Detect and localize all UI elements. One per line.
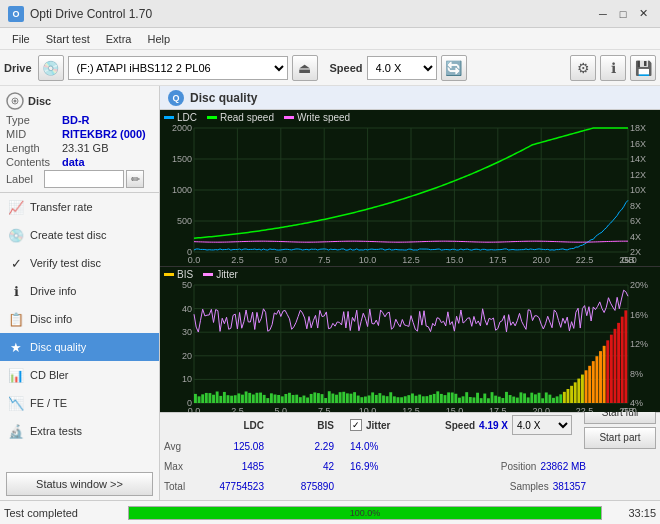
eject-button[interactable]: ⏏ xyxy=(292,55,318,81)
fe-te-icon: 📉 xyxy=(8,395,24,411)
disc-label-edit-btn[interactable]: ✏ xyxy=(126,170,144,188)
cd-bler-icon: 📊 xyxy=(8,367,24,383)
max-label: Max xyxy=(164,461,194,472)
sidebar-item-extra-tests[interactable]: 🔬 Extra tests xyxy=(0,417,159,445)
sidebar-item-create-test-disc[interactable]: 💿 Create test disc xyxy=(0,221,159,249)
info-button[interactable]: ℹ xyxy=(600,55,626,81)
max-bis: 42 xyxy=(264,461,334,472)
app-icon: O xyxy=(8,6,24,22)
avg-ldc: 125.08 xyxy=(194,441,264,452)
chart-top: LDC Read speed Write speed xyxy=(160,110,660,267)
save-button[interactable]: 💾 xyxy=(630,55,656,81)
total-ldc: 47754523 xyxy=(194,481,264,492)
disc-mid-label: MID xyxy=(6,128,62,140)
jitter-legend: Jitter xyxy=(203,269,238,280)
disc-length-value: 23.31 GB xyxy=(62,142,108,154)
disc-type-value: BD-R xyxy=(62,114,90,126)
create-test-disc-icon: 💿 xyxy=(8,227,24,243)
disc-length-row: Length 23.31 GB xyxy=(6,142,153,154)
charts-container: LDC Read speed Write speed xyxy=(160,110,660,412)
disc-panel-header: Disc xyxy=(6,92,153,110)
titlebar-title: Opti Drive Control 1.70 xyxy=(30,7,152,21)
minimize-button[interactable]: ─ xyxy=(594,5,612,23)
cd-bler-label: CD Bler xyxy=(30,369,69,381)
drive-info-label: Drive info xyxy=(30,285,76,297)
close-button[interactable]: ✕ xyxy=(634,5,652,23)
disc-info-label: Disc info xyxy=(30,313,72,325)
disc-label-label: Label xyxy=(6,173,42,185)
menu-help[interactable]: Help xyxy=(139,28,178,50)
verify-test-disc-icon: ✓ xyxy=(8,255,24,271)
avg-bis: 2.29 xyxy=(264,441,334,452)
svg-point-2 xyxy=(14,100,17,103)
drive-icon-btn[interactable]: 💿 xyxy=(38,55,64,81)
speed-display-select[interactable]: 4.0 X xyxy=(512,415,572,435)
disc-mid-value: RITEKBR2 (000) xyxy=(62,128,146,140)
drive-select[interactable]: (F:) ATAPI iHBS112 2 PL06 xyxy=(68,56,288,80)
content-area: Q Disc quality LDC Read speed xyxy=(160,86,660,500)
disc-type-label: Type xyxy=(6,114,62,126)
disc-label-row: Label ✏ xyxy=(6,170,153,188)
speed-select[interactable]: 4.0 X xyxy=(367,56,437,80)
drive-label: Drive xyxy=(4,62,32,74)
max-jitter: 16.9% xyxy=(350,461,420,472)
disc-label-input[interactable] xyxy=(44,170,124,188)
position-value: 23862 MB xyxy=(540,461,586,472)
menu-start-test[interactable]: Start test xyxy=(38,28,98,50)
transfer-rate-label: Transfer rate xyxy=(30,201,93,213)
read-speed-legend-label: Read speed xyxy=(220,112,274,123)
stats-bis-header: BIS xyxy=(264,420,334,431)
bis-legend-dot xyxy=(164,273,174,276)
position-label: Position xyxy=(501,461,537,472)
sidebar-item-fe-te[interactable]: 📉 FE / TE xyxy=(0,389,159,417)
jitter-legend-label: Jitter xyxy=(216,269,238,280)
status-text: Test completed xyxy=(4,507,124,519)
disc-quality-title: Disc quality xyxy=(190,91,257,105)
disc-contents-label: Contents xyxy=(6,156,62,168)
stats-ldc-header: LDC xyxy=(194,420,264,431)
chart-bottom: BIS Jitter xyxy=(160,267,660,412)
menu-extra[interactable]: Extra xyxy=(98,28,140,50)
titlebar: O Opti Drive Control 1.70 ─ □ ✕ xyxy=(0,0,660,28)
drive-info-icon: ℹ xyxy=(8,283,24,299)
jitter-checkbox[interactable]: ✓ xyxy=(350,419,362,431)
disc-panel-icon xyxy=(6,92,24,110)
ldc-legend-label: LDC xyxy=(177,112,197,123)
verify-test-disc-label: Verify test disc xyxy=(30,257,101,269)
speed-avg-value: 4.19 X xyxy=(479,420,508,431)
nav-items: 📈 Transfer rate 💿 Create test disc ✓ Ver… xyxy=(0,193,159,468)
sidebar-item-disc-info[interactable]: 📋 Disc info xyxy=(0,305,159,333)
extra-tests-label: Extra tests xyxy=(30,425,82,437)
progress-bar: 100.0% xyxy=(128,506,602,520)
sidebar-item-drive-info[interactable]: ℹ Drive info xyxy=(0,277,159,305)
maximize-button[interactable]: □ xyxy=(614,5,632,23)
avg-label: Avg xyxy=(164,441,194,452)
sidebar-item-cd-bler[interactable]: 📊 CD Bler xyxy=(0,361,159,389)
disc-info-icon: 📋 xyxy=(8,311,24,327)
stats-max-row: Max 1485 42 16.9% Position 23862 MB xyxy=(164,456,656,476)
refresh-button[interactable]: 🔄 xyxy=(441,55,467,81)
sidebar: Disc Type BD-R MID RITEKBR2 (000) Length… xyxy=(0,86,160,500)
samples-value: 381357 xyxy=(553,481,586,492)
max-ldc: 1485 xyxy=(194,461,264,472)
sidebar-item-disc-quality[interactable]: ★ Disc quality xyxy=(0,333,159,361)
disc-panel: Disc Type BD-R MID RITEKBR2 (000) Length… xyxy=(0,86,159,193)
transfer-rate-icon: 📈 xyxy=(8,199,24,215)
toolbar: Drive 💿 (F:) ATAPI iHBS112 2 PL06 ⏏ Spee… xyxy=(0,50,660,86)
read-speed-legend: Read speed xyxy=(207,112,274,123)
progress-bar-fill: 100.0% xyxy=(129,507,601,519)
menu-file[interactable]: File xyxy=(4,28,38,50)
total-bis: 875890 xyxy=(264,481,334,492)
sidebar-item-transfer-rate[interactable]: 📈 Transfer rate xyxy=(0,193,159,221)
disc-panel-title: Disc xyxy=(28,95,51,107)
extra-tests-icon: 🔬 xyxy=(8,423,24,439)
sidebar-item-verify-test-disc[interactable]: ✓ Verify test disc xyxy=(0,249,159,277)
config-button[interactable]: ⚙ xyxy=(570,55,596,81)
disc-type-row: Type BD-R xyxy=(6,114,153,126)
status-window-button[interactable]: Status window >> xyxy=(6,472,153,496)
speed-header: Speed xyxy=(445,420,475,431)
status-time: 33:15 xyxy=(606,507,656,519)
jitter-section: ✓ Jitter xyxy=(350,419,390,431)
titlebar-left: O Opti Drive Control 1.70 xyxy=(8,6,152,22)
create-test-disc-label: Create test disc xyxy=(30,229,106,241)
